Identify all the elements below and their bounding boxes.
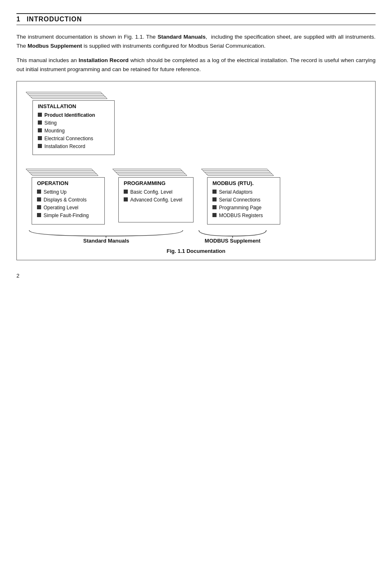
bullet-icon [37,197,41,201]
figure-caption: Fig. 1.1 Documentation [25,248,367,254]
modbus-book-content: MODBUS (RTU). Serial Adaptors Serial Con… [207,177,280,224]
modbus-supplement-group: MODBUS Supplement [196,229,270,244]
item-text: Programming Page [219,204,261,211]
list-item: Mounting [38,127,110,134]
list-item: Serial Connections [212,197,276,204]
book-pages-svg [112,167,194,177]
intro-paragraph-1: The instrument documentation is shown in… [16,32,376,50]
braces-section: Standard Manuals MODBUS Supplement [25,229,367,244]
bullet-icon [37,190,41,194]
item-text: Displays & Controls [44,197,87,204]
item-text: Siting [44,120,57,127]
modbus-book: MODBUS (RTU). Serial Adaptors Serial Con… [201,167,281,224]
operation-title: OPERATION [37,180,100,186]
bullet-icon [212,205,217,209]
bullet-icon [212,213,217,217]
programming-book-content: PROGRAMMING Basic Config. Level Advanced… [118,177,194,222]
modbus-title: MODBUS (RTU). [212,180,276,186]
standard-manuals-brace-svg [25,229,187,238]
list-item: Product Identification [38,112,110,119]
item-text: Serial Connections [219,197,261,204]
bullet-icon [38,128,42,132]
installation-book-row: INSTALLATION Product Identification Siti… [25,90,367,155]
item-text: Setting Up [44,189,67,196]
item-text: Product Identification [44,112,95,119]
item-text: Simple Fault-Finding [44,212,89,219]
operation-items: Setting Up Displays & Controls Operating… [37,189,100,219]
operation-book: OPERATION Setting Up Displays & Controls… [25,167,105,224]
intro-paragraph-2: This manual includes an Installation Rec… [16,56,376,74]
bullet-icon [37,205,41,209]
list-item: MODBUS Registers [212,212,276,219]
installation-title: INSTALLATION [38,103,110,109]
item-text: Operating Level [44,204,78,211]
bullet-icon [124,197,128,201]
installation-items: Product Identification Siting Mounting E… [38,112,110,150]
list-item: Siting [38,120,110,127]
list-item: Electrical Connections [38,135,110,142]
bullet-icon [38,144,42,148]
list-item: Displays & Controls [37,197,100,204]
figure-box: INSTALLATION Product Identification Siti… [16,81,376,260]
item-text: Serial Adaptors [219,189,252,196]
book-pages-svg [25,167,105,177]
list-item: Simple Fault-Finding [37,212,100,219]
page-number: 2 [16,273,376,279]
item-text: MODBUS Registers [219,212,263,219]
operation-book-content: OPERATION Setting Up Displays & Controls… [32,177,105,224]
bottom-books-row: OPERATION Setting Up Displays & Controls… [25,167,367,224]
programming-book: PROGRAMMING Basic Config. Level Advanced… [112,167,194,222]
bullet-icon [38,113,42,117]
bullet-icon [37,213,41,217]
standard-manuals-group: Standard Manuals [25,229,187,244]
book-pages-svg [25,90,115,100]
list-item: Serial Adaptors [212,189,276,196]
bullet-icon [38,120,42,125]
list-item: Advanced Config. Level [124,197,189,204]
spacer [187,229,196,244]
section-header: 1 INTRODUCTION [16,13,376,25]
modbus-supplement-brace-svg [196,229,270,238]
bullet-icon [124,190,128,194]
list-item: Programming Page [212,204,276,211]
modbus-supplement-label: MODBUS Supplement [205,238,261,244]
programming-title: PROGRAMMING [124,180,189,186]
list-item: Installation Record [38,143,110,150]
standard-manuals-label: Standard Manuals [83,238,129,244]
bullet-icon [38,136,42,140]
bullet-icon [212,190,217,194]
installation-book-content: INSTALLATION Product Identification Siti… [32,100,115,155]
bullet-icon [212,197,217,201]
section-number: 1 [16,16,20,23]
item-text: Basic Config. Level [130,189,173,196]
programming-items: Basic Config. Level Advanced Config. Lev… [124,189,189,204]
section-title: INTRODUCTION [27,16,82,23]
item-text: Advanced Config. Level [130,197,182,204]
item-text: Electrical Connections [44,135,93,142]
item-text: Installation Record [44,143,85,150]
modbus-items: Serial Adaptors Serial Connections Progr… [212,189,276,219]
item-text: Mounting [44,127,65,134]
list-item: Setting Up [37,189,100,196]
book-pages-svg [201,167,281,177]
installation-book: INSTALLATION Product Identification Siti… [25,90,115,155]
list-item: Basic Config. Level [124,189,189,196]
list-item: Operating Level [37,204,100,211]
